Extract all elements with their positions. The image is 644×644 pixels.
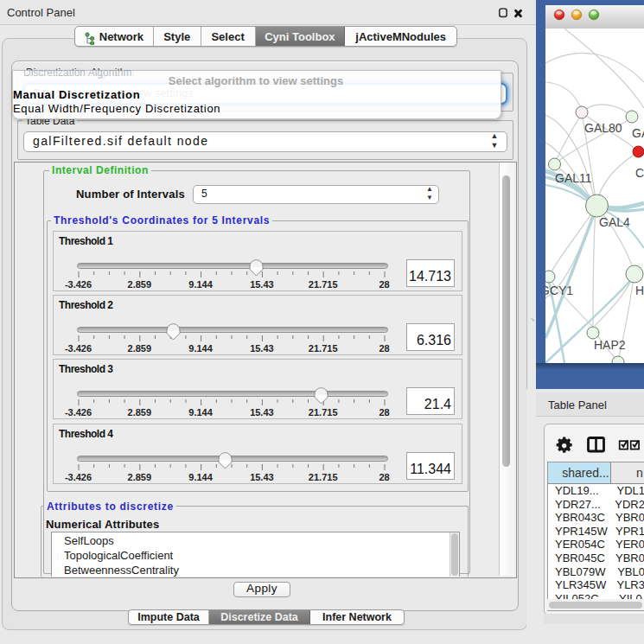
svg-text:H: H (635, 284, 644, 297)
svg-text:C: C (635, 166, 644, 180)
svg-text:GCY1: GCY1 (545, 284, 573, 297)
svg-text:GAL80: GAL80 (584, 121, 622, 135)
svg-text:GAL11: GAL11 (555, 171, 592, 185)
svg-text:HAP2: HAP2 (594, 338, 626, 352)
svg-text:GAL4: GAL4 (599, 215, 630, 229)
svg-text:GA: GA (632, 126, 644, 140)
